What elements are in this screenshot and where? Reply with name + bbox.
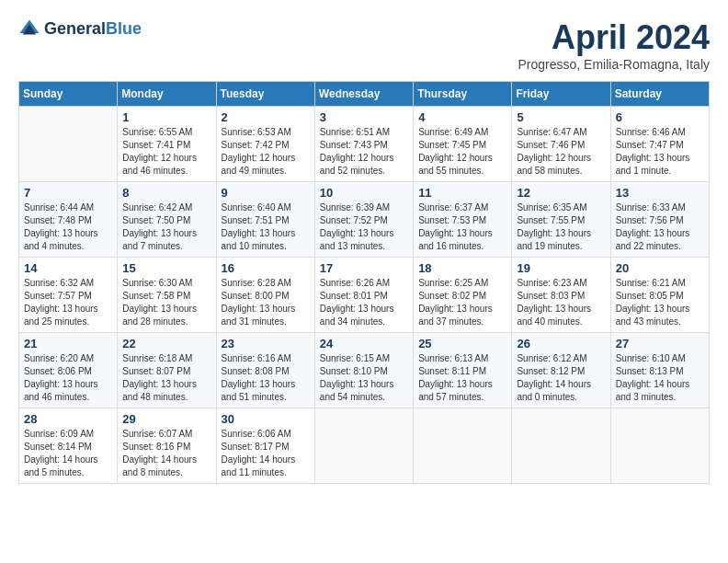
day-number: 11 — [418, 186, 506, 200]
day-number: 9 — [222, 186, 310, 200]
title-area: April 2024 Progresso, Emilia-Romagna, It… — [518, 18, 710, 72]
calendar-cell — [314, 408, 413, 484]
weekday-header: Thursday — [414, 82, 512, 107]
calendar-week-row: 14 Sunrise: 6:32 AMSunset: 7:57 PMDaylig… — [19, 258, 710, 333]
calendar-cell: 9 Sunrise: 6:40 AMSunset: 7:51 PMDayligh… — [216, 182, 314, 258]
day-number: 20 — [616, 261, 704, 275]
calendar-cell: 4 Sunrise: 6:49 AMSunset: 7:45 PMDayligh… — [414, 107, 512, 182]
day-number: 4 — [418, 110, 506, 124]
day-number: 14 — [24, 261, 112, 275]
day-detail: Sunrise: 6:16 AMSunset: 8:08 PMDaylight:… — [222, 352, 310, 404]
calendar-cell: 1 Sunrise: 6:55 AMSunset: 7:41 PMDayligh… — [118, 107, 216, 182]
day-detail: Sunrise: 6:28 AMSunset: 8:00 PMDaylight:… — [222, 277, 310, 328]
day-number: 28 — [24, 412, 112, 426]
day-detail: Sunrise: 6:25 AMSunset: 8:02 PMDaylight:… — [418, 277, 506, 328]
day-detail: Sunrise: 6:20 AMSunset: 8:06 PMDaylight:… — [24, 352, 112, 404]
calendar-cell: 28 Sunrise: 6:09 AMSunset: 8:14 PMDaylig… — [19, 408, 118, 484]
day-detail: Sunrise: 6:46 AMSunset: 7:47 PMDaylight:… — [616, 126, 704, 178]
calendar-cell: 23 Sunrise: 6:16 AMSunset: 8:08 PMDaylig… — [216, 333, 314, 408]
day-number: 22 — [122, 337, 210, 350]
calendar-cell: 19 Sunrise: 6:23 AMSunset: 8:03 PMDaylig… — [512, 258, 610, 333]
day-detail: Sunrise: 6:07 AMSunset: 8:16 PMDaylight:… — [122, 428, 210, 479]
calendar-cell: 18 Sunrise: 6:25 AMSunset: 8:02 PMDaylig… — [414, 258, 512, 333]
day-detail: Sunrise: 6:39 AMSunset: 7:52 PMDaylight:… — [320, 201, 408, 253]
calendar-cell: 2 Sunrise: 6:53 AMSunset: 7:42 PMDayligh… — [216, 107, 314, 182]
day-detail: Sunrise: 6:23 AMSunset: 8:03 PMDaylight:… — [517, 277, 605, 328]
calendar-cell: 7 Sunrise: 6:44 AMSunset: 7:48 PMDayligh… — [19, 182, 118, 258]
calendar-week-row: 7 Sunrise: 6:44 AMSunset: 7:48 PMDayligh… — [19, 182, 710, 258]
day-detail: Sunrise: 6:09 AMSunset: 8:14 PMDaylight:… — [24, 428, 112, 479]
day-number: 5 — [517, 110, 605, 124]
calendar-cell: 29 Sunrise: 6:07 AMSunset: 8:16 PMDaylig… — [118, 408, 216, 484]
weekday-header: Tuesday — [216, 82, 314, 107]
calendar-cell: 15 Sunrise: 6:30 AMSunset: 7:58 PMDaylig… — [118, 258, 216, 333]
day-number: 23 — [222, 337, 310, 350]
logo-icon — [18, 18, 40, 40]
day-detail: Sunrise: 6:35 AMSunset: 7:55 PMDaylight:… — [517, 201, 605, 253]
day-number: 19 — [517, 261, 605, 275]
calendar-cell: 8 Sunrise: 6:42 AMSunset: 7:50 PMDayligh… — [118, 182, 216, 258]
weekday-header: Wednesday — [314, 82, 413, 107]
page-header: GeneralBlue April 2024 Progresso, Emilia… — [18, 18, 710, 72]
calendar-cell: 16 Sunrise: 6:28 AMSunset: 8:00 PMDaylig… — [216, 258, 314, 333]
day-detail: Sunrise: 6:13 AMSunset: 8:11 PMDaylight:… — [418, 352, 506, 404]
day-detail: Sunrise: 6:18 AMSunset: 8:07 PMDaylight:… — [122, 352, 210, 404]
day-number: 15 — [122, 261, 210, 275]
calendar-week-row: 28 Sunrise: 6:09 AMSunset: 8:14 PMDaylig… — [19, 408, 710, 484]
day-detail: Sunrise: 6:42 AMSunset: 7:50 PMDaylight:… — [122, 201, 210, 253]
logo: GeneralBlue — [18, 18, 142, 40]
day-detail: Sunrise: 6:37 AMSunset: 7:53 PMDaylight:… — [418, 201, 506, 253]
calendar-cell — [610, 408, 709, 484]
logo-blue: Blue — [106, 19, 142, 38]
day-number: 3 — [320, 110, 408, 124]
calendar-cell: 22 Sunrise: 6:18 AMSunset: 8:07 PMDaylig… — [118, 333, 216, 408]
calendar-cell: 25 Sunrise: 6:13 AMSunset: 8:11 PMDaylig… — [414, 333, 512, 408]
calendar-cell: 6 Sunrise: 6:46 AMSunset: 7:47 PMDayligh… — [610, 107, 709, 182]
calendar-cell: 26 Sunrise: 6:12 AMSunset: 8:12 PMDaylig… — [512, 333, 610, 408]
day-detail: Sunrise: 6:15 AMSunset: 8:10 PMDaylight:… — [320, 352, 408, 404]
month-title: April 2024 — [518, 18, 710, 57]
logo-text-general: GeneralBlue — [44, 20, 142, 39]
day-detail: Sunrise: 6:40 AMSunset: 7:51 PMDaylight:… — [222, 201, 310, 253]
calendar-cell — [19, 107, 118, 182]
weekday-header: Friday — [512, 82, 610, 107]
day-number: 6 — [616, 110, 704, 124]
calendar-cell: 21 Sunrise: 6:20 AMSunset: 8:06 PMDaylig… — [19, 333, 118, 408]
day-detail: Sunrise: 6:53 AMSunset: 7:42 PMDaylight:… — [222, 126, 310, 178]
day-number: 18 — [418, 261, 506, 275]
day-number: 1 — [122, 110, 210, 124]
day-number: 12 — [517, 186, 605, 200]
weekday-header-row: SundayMondayTuesdayWednesdayThursdayFrid… — [19, 82, 710, 107]
calendar-cell: 5 Sunrise: 6:47 AMSunset: 7:46 PMDayligh… — [512, 107, 610, 182]
day-detail: Sunrise: 6:30 AMSunset: 7:58 PMDaylight:… — [122, 277, 210, 328]
calendar-cell: 30 Sunrise: 6:06 AMSunset: 8:17 PMDaylig… — [216, 408, 314, 484]
calendar-cell — [414, 408, 512, 484]
day-number: 21 — [24, 337, 112, 350]
calendar-cell: 17 Sunrise: 6:26 AMSunset: 8:01 PMDaylig… — [314, 258, 413, 333]
day-detail: Sunrise: 6:10 AMSunset: 8:13 PMDaylight:… — [616, 352, 704, 404]
day-number: 25 — [418, 337, 506, 350]
day-number: 27 — [616, 337, 704, 350]
calendar-cell: 12 Sunrise: 6:35 AMSunset: 7:55 PMDaylig… — [512, 182, 610, 258]
day-detail: Sunrise: 6:12 AMSunset: 8:12 PMDaylight:… — [517, 352, 605, 404]
calendar-cell: 27 Sunrise: 6:10 AMSunset: 8:13 PMDaylig… — [610, 333, 709, 408]
day-number: 29 — [122, 412, 210, 426]
day-detail: Sunrise: 6:47 AMSunset: 7:46 PMDaylight:… — [517, 126, 605, 178]
day-number: 8 — [122, 186, 210, 200]
day-number: 13 — [616, 186, 704, 200]
calendar-cell: 24 Sunrise: 6:15 AMSunset: 8:10 PMDaylig… — [314, 333, 413, 408]
day-detail: Sunrise: 6:33 AMSunset: 7:56 PMDaylight:… — [616, 201, 704, 253]
day-number: 7 — [24, 186, 112, 200]
calendar-cell: 20 Sunrise: 6:21 AMSunset: 8:05 PMDaylig… — [610, 258, 709, 333]
weekday-header: Saturday — [610, 82, 709, 107]
weekday-header: Sunday — [19, 82, 118, 107]
calendar-cell — [512, 408, 610, 484]
day-detail: Sunrise: 6:49 AMSunset: 7:45 PMDaylight:… — [418, 126, 506, 178]
calendar-cell: 13 Sunrise: 6:33 AMSunset: 7:56 PMDaylig… — [610, 182, 709, 258]
day-number: 16 — [222, 261, 310, 275]
day-detail: Sunrise: 6:51 AMSunset: 7:43 PMDaylight:… — [320, 126, 408, 178]
calendar-week-row: 1 Sunrise: 6:55 AMSunset: 7:41 PMDayligh… — [19, 107, 710, 182]
day-detail: Sunrise: 6:32 AMSunset: 7:57 PMDaylight:… — [24, 277, 112, 328]
day-detail: Sunrise: 6:06 AMSunset: 8:17 PMDaylight:… — [222, 428, 310, 479]
day-number: 10 — [320, 186, 408, 200]
